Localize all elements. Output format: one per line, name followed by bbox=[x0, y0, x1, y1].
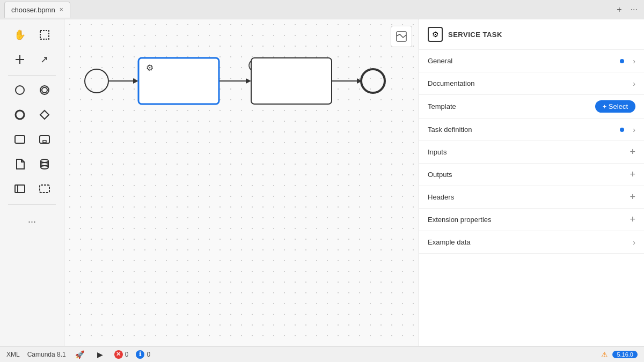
svg-marker-26 bbox=[246, 78, 251, 84]
tool-row-1: ✋ bbox=[9, 24, 56, 46]
headers-section[interactable]: Headers + bbox=[419, 186, 644, 209]
general-label: General bbox=[428, 57, 620, 65]
bpmn-diagram: ⚙ ⚙ 🔧 🗑 ↗ bbox=[64, 19, 419, 180]
task-definition-section[interactable]: Task definition › bbox=[419, 119, 644, 141]
svg-point-3 bbox=[16, 86, 24, 94]
template-select-button[interactable]: + Select bbox=[595, 100, 635, 113]
inputs-section[interactable]: Inputs + bbox=[419, 141, 644, 164]
outputs-label: Outputs bbox=[428, 171, 625, 179]
more-options-button[interactable]: ··· bbox=[628, 4, 640, 16]
titlebar-actions: + ··· bbox=[614, 4, 640, 16]
statusbar: XML Camunda 8.1 🚀 ▶ ✕ 0 ℹ 0 ⚠ 5.16.0 bbox=[0, 346, 644, 362]
headers-label: Headers bbox=[428, 193, 625, 201]
svg-point-5 bbox=[42, 87, 47, 93]
add-tab-button[interactable]: + bbox=[614, 4, 624, 16]
documentation-section[interactable]: Documentation › bbox=[419, 72, 644, 95]
svg-point-20 bbox=[85, 69, 108, 93]
inputs-plus-icon: + bbox=[630, 146, 635, 158]
subprocess-button[interactable] bbox=[33, 128, 56, 151]
general-section[interactable]: General › bbox=[419, 50, 644, 72]
divider-1 bbox=[8, 75, 56, 76]
status-right: ⚠ 5.16.0 bbox=[601, 350, 638, 359]
svg-rect-9 bbox=[40, 136, 49, 143]
extension-properties-plus-icon: + bbox=[630, 214, 635, 225]
gear-icon: ⚙ bbox=[432, 30, 439, 39]
example-data-section[interactable]: Example data › bbox=[419, 231, 644, 254]
arrow-tool-button[interactable]: ↗ bbox=[33, 48, 56, 71]
main-area: ✋ ↗ bbox=[0, 19, 644, 346]
tool-row-6 bbox=[9, 153, 56, 175]
status-left: XML Camunda 8.1 🚀 ▶ ✕ 0 ℹ 0 bbox=[6, 348, 150, 361]
version-badge: 5.16.0 bbox=[612, 351, 638, 358]
warning-button[interactable]: ⚠ bbox=[601, 350, 608, 359]
error-icon: ✕ bbox=[114, 350, 123, 359]
general-chevron-icon: › bbox=[633, 57, 635, 65]
canvas[interactable]: ⚙ ⚙ 🔧 🗑 ↗ bbox=[64, 19, 419, 346]
lasso-tool-button[interactable] bbox=[33, 24, 56, 46]
tool-row-5 bbox=[9, 128, 56, 151]
data-store-button[interactable] bbox=[33, 153, 56, 175]
info-count: 0 bbox=[147, 351, 150, 358]
tool-row-4 bbox=[9, 104, 56, 126]
task-definition-dot bbox=[620, 128, 624, 132]
data-object-button[interactable] bbox=[9, 153, 31, 175]
info-icon: ℹ bbox=[136, 350, 144, 359]
task-button[interactable] bbox=[9, 128, 31, 151]
connect-tool-button[interactable] bbox=[9, 48, 31, 71]
example-data-label: Example data bbox=[428, 238, 628, 246]
divider-2 bbox=[8, 204, 56, 205]
properties-header: ⚙ SERVICE TASK bbox=[419, 19, 644, 50]
play-button[interactable]: ▶ bbox=[94, 348, 107, 361]
extension-properties-section[interactable]: Extension properties + bbox=[419, 209, 644, 231]
event-intermediate-button[interactable] bbox=[33, 79, 56, 101]
group-button[interactable] bbox=[33, 178, 56, 200]
general-dot bbox=[620, 59, 624, 63]
outputs-plus-icon: + bbox=[630, 169, 635, 180]
error-count: 0 bbox=[125, 351, 129, 358]
pool-button[interactable] bbox=[9, 178, 31, 200]
tool-row-7 bbox=[9, 178, 56, 200]
toolbar: ✋ ↗ bbox=[0, 19, 64, 346]
tool-row-3 bbox=[9, 79, 56, 101]
svg-rect-18 bbox=[40, 185, 49, 193]
event-tool-button[interactable] bbox=[9, 79, 31, 101]
svg-rect-16 bbox=[15, 185, 25, 193]
template-section[interactable]: Template + Select bbox=[419, 95, 644, 119]
properties-title: SERVICE TASK bbox=[448, 31, 502, 39]
gateway-button[interactable] bbox=[33, 104, 56, 126]
example-data-chevron-icon: › bbox=[633, 238, 635, 247]
event-end-button[interactable] bbox=[9, 104, 31, 126]
error-badge: ✕ 0 bbox=[114, 350, 129, 359]
tab-close-button[interactable]: × bbox=[60, 6, 63, 13]
extension-properties-label: Extension properties bbox=[428, 216, 625, 224]
task-definition-label: Task definition bbox=[428, 125, 620, 134]
svg-rect-10 bbox=[43, 141, 46, 143]
inputs-label: Inputs bbox=[428, 148, 625, 156]
info-badge: ℹ 0 bbox=[136, 350, 150, 359]
svg-point-40 bbox=[361, 69, 385, 93]
documentation-chevron-icon: › bbox=[633, 79, 635, 88]
svg-point-6 bbox=[16, 110, 24, 119]
deploy-button[interactable]: 🚀 bbox=[74, 348, 86, 361]
tool-row-2: ↗ bbox=[9, 48, 56, 71]
engine-label: Camunda 8.1 bbox=[27, 351, 66, 358]
template-label: Template bbox=[428, 102, 595, 110]
titlebar: chooser.bpmn × + ··· bbox=[0, 0, 644, 19]
tab-title: chooser.bpmn bbox=[11, 6, 55, 14]
file-tab[interactable]: chooser.bpmn × bbox=[4, 2, 70, 18]
headers-plus-icon: + bbox=[630, 191, 635, 203]
documentation-label: Documentation bbox=[428, 79, 628, 87]
format-label: XML bbox=[6, 351, 20, 358]
svg-marker-7 bbox=[40, 110, 49, 119]
svg-point-15 bbox=[41, 162, 48, 166]
svg-text:⚙: ⚙ bbox=[146, 63, 153, 72]
task-definition-chevron-icon: › bbox=[633, 125, 635, 134]
hand-tool-button[interactable]: ✋ bbox=[9, 24, 31, 46]
svg-rect-37 bbox=[251, 58, 332, 104]
svg-rect-0 bbox=[40, 31, 49, 39]
outputs-section[interactable]: Outputs + bbox=[419, 164, 644, 186]
more-tools-button[interactable]: ··· bbox=[21, 210, 43, 233]
service-task-icon: ⚙ bbox=[428, 27, 443, 42]
svg-rect-8 bbox=[15, 136, 25, 143]
properties-panel: ⚙ SERVICE TASK General › Documentation ›… bbox=[419, 19, 644, 346]
